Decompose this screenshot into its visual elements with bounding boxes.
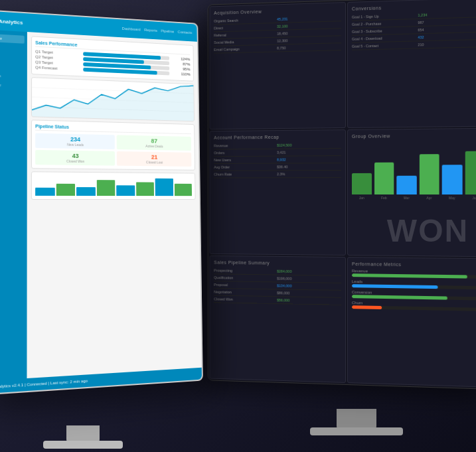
- sidebar-item-settings[interactable]: Settings: [0, 90, 25, 99]
- conversions-panel: Conversions Goal 1 - Sign Up 1,234 Goal …: [347, 0, 476, 128]
- sidebar-item-overview[interactable]: Overview: [0, 33, 25, 44]
- cell: Social Media: [214, 39, 277, 44]
- row-value: 124%: [172, 56, 191, 61]
- pipeline-stat: 43 Closed Won: [35, 150, 114, 166]
- account-performance-panel: Account Performance Recap Revenue $124,5…: [210, 129, 346, 256]
- conversion-rows: Goal 1 - Sign Up 1,234 Goal 2 - Purchase…: [352, 10, 476, 50]
- pipeline-panel-title: Sales Pipeline Summary: [214, 260, 341, 266]
- cell: Revenue: [214, 143, 277, 148]
- mini-bar: [35, 188, 54, 196]
- progress-label: Leads: [352, 279, 362, 283]
- cell-value: 2.3%: [277, 172, 341, 176]
- mini-bar-chart-panel: [31, 171, 196, 200]
- back-monitor-base: [310, 427, 403, 435]
- group-panel-title: Group Overview: [352, 133, 476, 139]
- nav-pipeline[interactable]: Pipeline: [161, 29, 174, 34]
- mini-bar: [136, 182, 154, 196]
- acquisition-rows: Organic Search 45,231 Direct 32,100 Refe…: [214, 14, 341, 53]
- account-rows: Revenue $124,500 Orders 3,421 New Users …: [214, 141, 341, 178]
- progress-row: Conversion 72%: [352, 290, 476, 301]
- cell-value: 8,932: [277, 157, 341, 161]
- cell: Goal 3 - Subscribe: [352, 28, 418, 34]
- mini-bar: [96, 180, 115, 196]
- progress-bar-fill: [352, 295, 447, 300]
- stage-cell: Negotiation: [214, 290, 277, 295]
- pipeline-stat: 234 New Leads: [35, 133, 114, 149]
- cell: Goal 5 - Contact: [352, 42, 418, 48]
- cell: Goal 4 - Download: [352, 35, 418, 41]
- cell: Goal 2 - Purchase: [352, 21, 418, 27]
- crm-sidebar: Overview Sales Reports Pipeline Contacts…: [0, 29, 27, 394]
- mini-bar-chart: [35, 175, 192, 196]
- progress-label: Conversion: [352, 290, 372, 295]
- sidebar-item-sales[interactable]: Sales: [0, 42, 25, 52]
- cell-value: 654: [418, 26, 476, 32]
- mini-bar: [76, 187, 95, 196]
- stage-cell: Closed Won: [214, 297, 277, 302]
- nav-reports[interactable]: Reports: [144, 28, 157, 33]
- pipeline-stat: 87 Active Deals: [116, 135, 191, 151]
- value-cell: $86,000: [277, 291, 341, 296]
- cell-value: 32,100: [277, 23, 341, 29]
- cell-value: 210: [418, 41, 476, 47]
- revenue-trend-panel: [31, 77, 195, 121]
- mini-bar: [116, 185, 135, 196]
- table-row: New Users 8,932: [214, 156, 341, 164]
- cell: Avg Order: [214, 165, 277, 169]
- pipeline-rows: Prospecting $284,000 Qualification $196,…: [214, 267, 341, 305]
- row-value: 110%: [172, 72, 191, 76]
- stage-cell: Qualification: [214, 275, 277, 280]
- sidebar-item-pipeline[interactable]: Pipeline: [0, 62, 25, 72]
- row-value: 87%: [172, 62, 191, 66]
- sales-performance-panel: Sales Performance Q1 Target 124% Q2 Targ…: [31, 36, 194, 81]
- cell-value: 45,231: [277, 15, 341, 21]
- progress-bar-fill: [352, 305, 382, 309]
- cell-value: $36.40: [277, 165, 341, 169]
- front-monitor-base: [43, 441, 123, 449]
- crm-main: Sales Performance Q1 Target 124% Q2 Targ…: [27, 32, 202, 391]
- sidebar-item-reports[interactable]: Reports: [0, 52, 25, 62]
- acquisition-panel: Acquisition Overview Organic Search 45,2…: [210, 2, 346, 129]
- mini-bar: [174, 183, 192, 196]
- trend-area: [32, 79, 194, 121]
- cell-value: 1,234: [418, 11, 476, 17]
- sidebar-item-calendar[interactable]: Calendar: [0, 80, 25, 90]
- account-panel-title: Account Performance Recap: [214, 134, 341, 140]
- cell: Organic Search: [214, 17, 277, 23]
- nav-contacts[interactable]: Contacts: [178, 30, 193, 35]
- crm-nav: Dashboard Reports Pipeline Contacts: [122, 27, 193, 35]
- pipeline-grid: 234 New Leads 87 Active Deals 43 Closed …: [35, 133, 191, 167]
- stage-cell: Proposal: [214, 283, 277, 287]
- cell-value: $124,500: [277, 143, 341, 147]
- stat-label: Active Deals: [118, 143, 189, 149]
- cell-value: 432: [418, 34, 476, 40]
- progress-bar-fill: [352, 284, 438, 289]
- label-jan: Jan: [352, 196, 372, 200]
- pipeline-panel-title: Pipeline Status: [35, 124, 191, 135]
- bar-jan: [352, 173, 372, 194]
- table-row: Avg Order $36.40: [214, 163, 341, 171]
- value-cell: $196,000: [277, 277, 341, 281]
- stat-label: Closed Lost: [118, 160, 189, 165]
- stat-label: Closed Won: [37, 159, 112, 164]
- conversions-panel-title: Conversions: [352, 3, 476, 11]
- crm-content: Overview Sales Reports Pipeline Contacts…: [0, 29, 202, 394]
- sidebar-item-contacts[interactable]: Contacts: [0, 71, 25, 81]
- front-monitor: CRM Analytics Dashboard Reports Pipeline…: [0, 9, 203, 396]
- cell: Goal 1 - Sign Up: [352, 13, 418, 19]
- value-cell: $284,000: [277, 269, 341, 274]
- cell: Email Campaign: [214, 46, 277, 52]
- scene: Acquisition Overview Organic Search 45,2…: [0, 0, 476, 452]
- cell-value: 18,450: [277, 30, 341, 36]
- nav-dashboard[interactable]: Dashboard: [122, 27, 141, 31]
- cell: Referral: [214, 32, 277, 37]
- line-chart-svg: [32, 78, 194, 121]
- row-value: 95%: [172, 66, 191, 71]
- cell: Churn Rate: [214, 172, 277, 176]
- cell-value: 8,750: [277, 44, 341, 50]
- crm-app-name: CRM Analytics: [0, 17, 23, 26]
- won-label: Won: [387, 212, 469, 249]
- front-monitor-screen: CRM Analytics Dashboard Reports Pipeline…: [0, 11, 202, 394]
- cell: Direct: [214, 25, 277, 31]
- front-monitor-stand: [66, 425, 100, 442]
